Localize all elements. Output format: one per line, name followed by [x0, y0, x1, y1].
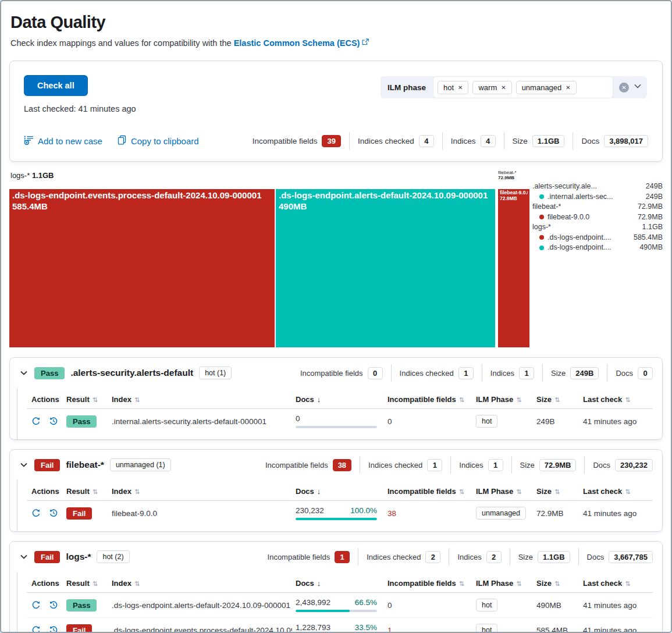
- page-title: Data Quality: [10, 13, 663, 32]
- sort-docs[interactable]: Docs: [296, 395, 384, 404]
- remove-tag-icon[interactable]: ✕: [458, 84, 463, 91]
- sort-incompatible[interactable]: Incompatible fields: [387, 579, 472, 588]
- section-alerts-security: Pass .alerts-security.alerts-default hot…: [9, 357, 663, 440]
- remove-tag-icon[interactable]: ✕: [566, 84, 570, 91]
- legend-row: .ds-logs-endpoint....585.4MB: [532, 233, 663, 243]
- remove-tag-icon[interactable]: ✕: [501, 84, 506, 91]
- indices-checked-badge: 4: [419, 135, 434, 147]
- indices-checked-badge: 1: [427, 459, 442, 471]
- sort-docs[interactable]: Docs: [296, 487, 384, 496]
- sort-index[interactable]: Index: [112, 395, 292, 404]
- indices-badge: 1: [488, 459, 503, 471]
- indices-badge: 1: [519, 367, 534, 379]
- legend-row: .ds-logs-endpoint....490MB: [532, 243, 663, 253]
- sort-ilm[interactable]: ILM Phase: [476, 395, 533, 404]
- legend-dot-teal: [539, 246, 544, 250]
- indices-table: Actions Result Index Docs Incompatible f…: [27, 573, 653, 633]
- check-now-icon[interactable]: [31, 417, 41, 426]
- ilm-phase-badge: hot: [476, 599, 497, 611]
- stat-label: Incompatible fields: [253, 137, 318, 145]
- docs-badge: 0: [638, 367, 653, 379]
- docs-badge: 230,232: [615, 459, 653, 471]
- incompatible-fields-badge: 0: [368, 367, 383, 379]
- page-subtitle: Check index mappings and values for comp…: [10, 38, 663, 48]
- check-all-button[interactable]: Check all: [24, 75, 88, 96]
- legend-dot-red: [539, 235, 544, 240]
- indices-badge: 2: [486, 551, 502, 563]
- size-badge: 249B: [570, 367, 599, 379]
- summary-panel: Check all Last checked: 41 minutes ago I…: [9, 61, 663, 162]
- ilm-tag-unmanaged[interactable]: unmanaged✕: [516, 81, 577, 94]
- ilm-tag-warm[interactable]: warm✕: [472, 81, 511, 94]
- incompatible-count: 0: [387, 417, 472, 426]
- table-row: Fail filebeat-9.0.0 230,232100.0% 38 unm…: [27, 501, 653, 525]
- row-last-check: 41 minutes ago: [583, 601, 653, 610]
- sort-incompatible[interactable]: Incompatible fields: [387, 395, 472, 404]
- section-logs: Fail logs-* hot (2) Incompatible fields1…: [9, 541, 663, 633]
- clear-filter-icon[interactable]: ✕: [619, 83, 629, 93]
- stat-label: Indices: [451, 137, 476, 145]
- chevron-down-icon[interactable]: [633, 81, 642, 93]
- treemap-block-logs-alerts[interactable]: .ds-logs-endpoint.alerts-default-2024.10…: [276, 189, 495, 347]
- stat-label: Size: [513, 137, 528, 145]
- ilm-tag-hot[interactable]: hot✕: [438, 81, 468, 94]
- history-icon[interactable]: [49, 508, 58, 518]
- history-icon[interactable]: [49, 625, 58, 633]
- docs-badge: 3,898,017: [604, 135, 648, 147]
- incompatible-fields-badge: 1: [335, 551, 350, 563]
- sort-index[interactable]: Index: [112, 579, 292, 588]
- sort-last-check[interactable]: Last check: [583, 395, 653, 404]
- ecs-link[interactable]: Elastic Common Schema (ECS): [234, 38, 360, 48]
- sort-incompatible[interactable]: Incompatible fields: [387, 487, 472, 496]
- ilm-phase-combobox[interactable]: hot✕ warm✕ unmanaged✕: [433, 76, 613, 98]
- row-result-badge: Fail: [66, 624, 92, 633]
- sort-last-check[interactable]: Last check: [583, 579, 653, 588]
- section-title: filebeat-*: [66, 460, 104, 470]
- row-size: 585.4MB: [536, 626, 579, 633]
- phase-count-badge: hot (1): [199, 367, 232, 379]
- check-now-icon[interactable]: [31, 625, 41, 633]
- indices-badge: 4: [481, 135, 496, 147]
- result-badge: Fail: [34, 551, 60, 563]
- accordion-chevron-icon[interactable]: [19, 552, 29, 561]
- add-to-new-case-button[interactable]: Add to new case: [24, 135, 102, 147]
- incompatible-count: 0: [387, 601, 472, 610]
- stat-label: Indices checked: [358, 137, 414, 145]
- sort-ilm[interactable]: ILM Phase: [476, 487, 533, 496]
- accordion-chevron-icon[interactable]: [19, 368, 29, 378]
- sort-size[interactable]: Size: [536, 487, 579, 496]
- ilm-phase-label: ILM phase: [381, 83, 433, 92]
- history-icon[interactable]: [49, 417, 58, 426]
- sort-result[interactable]: Result: [66, 487, 108, 496]
- check-now-icon[interactable]: [31, 600, 41, 610]
- section-stats: Incompatible fields38 Indices checked1 I…: [265, 456, 653, 474]
- table-row: Pass .ds-logs-endpoint.alerts-default-20…: [27, 593, 653, 617]
- sort-last-check[interactable]: Last check: [583, 487, 653, 496]
- row-size: 490MB: [536, 601, 579, 610]
- sort-size[interactable]: Size: [536, 395, 579, 404]
- sort-size[interactable]: Size: [536, 579, 579, 588]
- incompatible-count: 1: [387, 626, 472, 633]
- treemap-legend: .alerts-security.ale...249B .internal.al…: [532, 182, 663, 253]
- legend-dot-red: [539, 215, 544, 219]
- sort-result[interactable]: Result: [66, 579, 108, 588]
- treemap-block-logs-events[interactable]: .ds-logs-endpoint.events.process-default…: [9, 189, 275, 347]
- sort-index[interactable]: Index: [112, 487, 292, 496]
- copy-to-clipboard-button[interactable]: Copy to clipboard: [118, 135, 199, 147]
- section-title: logs-*: [66, 552, 91, 562]
- index-name: .ds-logs-endpoint.events.process-default…: [112, 626, 292, 633]
- sort-ilm[interactable]: ILM Phase: [476, 579, 533, 588]
- indices-table: Actions Result Index Docs Incompatible f…: [27, 481, 653, 525]
- history-icon[interactable]: [49, 600, 58, 610]
- phase-count-badge: unmanaged (1): [110, 458, 171, 471]
- accordion-chevron-icon[interactable]: [19, 460, 29, 470]
- treemap-group-label-logs: logs-* 1.1GB: [10, 171, 54, 180]
- treemap-block-filebeat[interactable]: filebeat-9.0.0 72.9MB: [498, 189, 529, 347]
- section-title: .alerts-security.alerts-default: [70, 368, 193, 378]
- docs-badge: 3,667,785: [609, 551, 653, 563]
- sort-docs[interactable]: Docs: [296, 579, 384, 588]
- row-size: 72.9MB: [536, 509, 579, 518]
- check-now-icon[interactable]: [31, 508, 41, 518]
- docs-progress-bar: [296, 610, 377, 612]
- sort-result[interactable]: Result: [66, 395, 108, 404]
